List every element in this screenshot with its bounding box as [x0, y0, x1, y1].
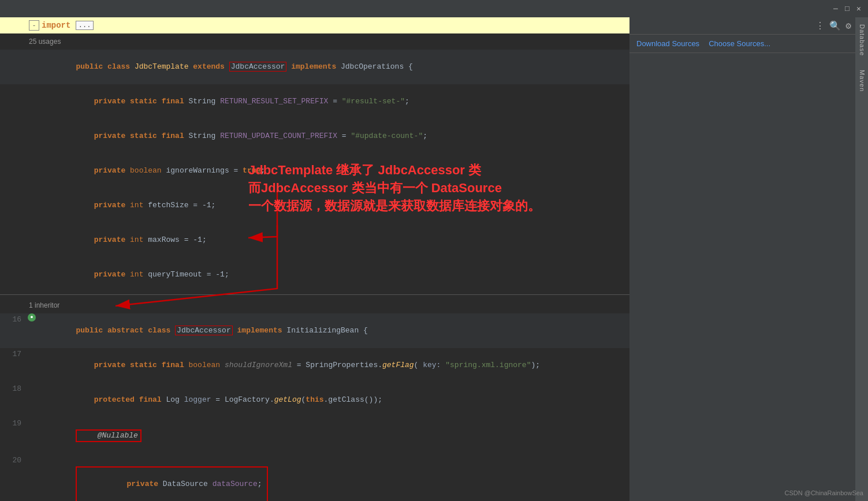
line-18-num: 18	[0, 383, 26, 393]
field-fetch-size: private int fetchSize = -1;	[0, 188, 629, 223]
line-20-num: 20	[0, 454, 26, 465]
line-16-content: public abstract class JdbcAccessor imple…	[38, 313, 629, 348]
close-button[interactable]: ✕	[854, 4, 863, 13]
more-icon[interactable]: ⋮	[815, 20, 825, 32]
line-content: private int maxRows = -1;	[38, 223, 629, 257]
title-bar: ─ □ ✕	[0, 0, 868, 17]
import-dots[interactable]: ...	[76, 21, 94, 30]
line-content: private int queryTimeout = -1;	[38, 257, 629, 292]
choose-sources-link[interactable]: Choose Sources...	[709, 39, 770, 48]
datasource-field-box: private DataSource dataSource;	[76, 466, 267, 501]
maven-tab[interactable]: Maven	[855, 63, 868, 99]
field-max-rows: private int maxRows = -1;	[0, 223, 629, 257]
line-num	[0, 188, 26, 190]
source-bar: Download Sources Choose Sources...	[629, 35, 868, 53]
jdbctemplate-class-line: public class JdbcTemplate extends JdbcAc…	[0, 50, 629, 84]
editor-container: - import ... 25 usages public class Jdbc…	[0, 17, 629, 501]
settings-icon[interactable]: ⚙	[845, 20, 851, 32]
line-17: 17 private static final boolean shouldIg…	[0, 348, 629, 383]
line-20: 20 private DataSource dataSource;	[0, 454, 629, 501]
usages-line: 25 usages	[0, 33, 629, 50]
line-content: public class JdbcTemplate extends JdbcAc…	[38, 50, 629, 84]
line-num	[0, 50, 26, 51]
import-line: - import ...	[0, 17, 629, 33]
field-return-result-set: private static final String RETURN_RESUL…	[0, 84, 629, 119]
line-num	[0, 154, 26, 155]
line-17-content: private static final boolean shouldIgnor…	[38, 348, 629, 383]
line-content: private int fetchSize = -1;	[38, 188, 629, 223]
line-num	[0, 257, 26, 259]
line-16-num: 16	[0, 313, 26, 324]
field-ignore-warnings: private boolean ignoreWarnings = true;	[0, 154, 629, 188]
collapse-icon[interactable]: -	[29, 20, 39, 31]
line-17-num: 17	[0, 348, 26, 358]
line-content: private static final String RETURN_RESUL…	[38, 84, 629, 119]
usages-text: 25 usages	[29, 38, 61, 46]
field-return-update-count: private static final String RETURN_UPDAT…	[0, 119, 629, 154]
inheritor-text: 1 inheritor	[29, 301, 59, 309]
right-panel: ⋮ 🔍 ⚙ ⤢ Download Sources Choose Sources.…	[629, 17, 868, 501]
line-18: 18 protected final Log logger = LogFacto…	[0, 383, 629, 417]
section-divider	[0, 294, 629, 295]
line-20-content: private DataSource dataSource;	[38, 454, 629, 501]
field-query-timeout: private int queryTimeout = -1;	[0, 257, 629, 292]
line-18-content: protected final Log logger = LogFactory.…	[38, 383, 629, 417]
line-19-num: 19	[0, 417, 26, 428]
line-content: private boolean ignoreWarnings = true;	[38, 154, 629, 188]
inheritor-line: 1 inheritor	[0, 297, 629, 313]
download-sources-link[interactable]: Download Sources	[636, 39, 699, 48]
code-editor[interactable]: - import ... 25 usages public class Jdbc…	[0, 17, 629, 501]
nullable-box-top: @Nullable	[76, 429, 141, 442]
right-panel-toolbar: ⋮ 🔍 ⚙ ⤢	[629, 17, 868, 35]
maximize-button[interactable]: □	[843, 4, 852, 13]
jdbcaccessor-class-line: 16 ● public abstract class JdbcAccessor …	[0, 313, 629, 348]
vertical-tabs: Database Maven	[855, 17, 868, 501]
search-icon[interactable]: 🔍	[829, 20, 841, 32]
database-tab[interactable]: Database	[855, 17, 868, 63]
line-19-content: @Nullable	[38, 417, 629, 454]
line-num	[0, 84, 26, 86]
line-num	[0, 223, 26, 225]
minimize-button[interactable]: ─	[831, 4, 840, 13]
green-icon: ●	[28, 313, 36, 321]
watermark: CSDN @ChinaRainbowSea	[784, 489, 863, 496]
line-16-gutter: ●	[26, 313, 38, 321]
line-content: private static final String RETURN_UPDAT…	[38, 119, 629, 154]
line-19: 19 @Nullable	[0, 417, 629, 454]
import-keyword: import	[42, 21, 70, 30]
line-num	[0, 119, 26, 121]
